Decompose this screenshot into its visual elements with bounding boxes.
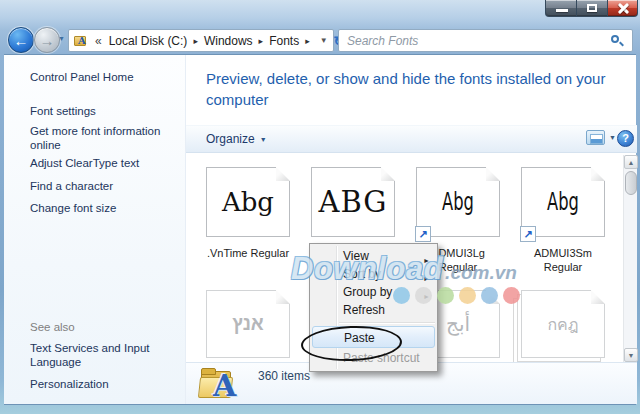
search-placeholder: Search Fonts	[339, 34, 610, 48]
crumb-arrow-icon[interactable]: ▸	[301, 36, 314, 46]
menu-item-sort-by[interactable]: Sort by ►	[310, 265, 437, 283]
fonts-folder-large-icon: A	[199, 366, 241, 404]
search-icon	[610, 34, 624, 48]
font-preview-glyph: Abg	[535, 168, 591, 236]
change-view-button[interactable]: ▼	[586, 130, 616, 145]
sidebar-get-more-font-info[interactable]: Get more font information online	[30, 124, 172, 152]
page-title: Preview, delete, or show and hide the fo…	[206, 68, 626, 110]
menu-item-refresh[interactable]: Refresh	[310, 301, 437, 319]
back-button[interactable]: ←	[8, 27, 34, 53]
forward-icon: →	[40, 32, 55, 49]
help-icon: ?	[622, 132, 629, 144]
crumb-arrow-icon[interactable]: ▸	[189, 36, 202, 46]
font-tile-vntime[interactable]: Abg	[206, 167, 290, 237]
sidebar-font-settings[interactable]: Font settings	[30, 104, 96, 118]
address-bar[interactable]: A « Local Disk (C:) ▸ Windows ▸ Fonts ▸ …	[68, 29, 334, 52]
sidebar-find-character[interactable]: Find a character	[30, 179, 113, 193]
breadcrumb-windows[interactable]: Windows	[202, 34, 255, 48]
font-tile-label: ADMUI3Sm Regular	[521, 246, 605, 274]
minimize-icon	[556, 9, 568, 12]
sidebar-personalization[interactable]: Personalization	[30, 377, 109, 391]
see-also-label: See also	[30, 320, 75, 334]
sidebar-adjust-cleartype[interactable]: Adjust ClearType text	[30, 156, 139, 170]
close-button[interactable]	[607, 0, 638, 17]
menu-item-view[interactable]: View ►	[310, 247, 437, 265]
scroll-up-icon[interactable]: ▲	[624, 155, 638, 169]
sidebar-text-services[interactable]: Text Services and Input Language	[30, 341, 170, 369]
command-toolbar: Organize ▼ ▼ ?	[186, 125, 637, 153]
fonts-folder-icon: A	[74, 35, 88, 46]
address-history-dropdown[interactable]: ▼	[314, 36, 334, 45]
organize-button[interactable]: Organize ▼	[206, 132, 267, 146]
crumb-arrow-icon[interactable]: ▸	[255, 36, 268, 46]
search-box[interactable]: Search Fonts	[338, 29, 633, 52]
font-preview-glyph: กคฎ	[522, 291, 604, 357]
font-preview-glyph: ABG	[312, 168, 394, 236]
font-preview-glyph: Abg	[430, 168, 486, 236]
font-tile-label: .VnTime Regular	[194, 246, 302, 260]
shortcut-arrow-icon: ↗	[520, 226, 536, 242]
scrollbar-thumb[interactable]	[625, 171, 637, 195]
font-tile-2[interactable]: ABG	[311, 167, 395, 237]
vertical-scrollbar[interactable]: ▲ ▼	[623, 155, 637, 362]
sidebar: Control Panel Home Font settings Get mor…	[4, 55, 185, 404]
breadcrumb-collapse-chevrons[interactable]: «	[95, 34, 102, 48]
breadcrumb-local-disk[interactable]: Local Disk (C:)	[107, 34, 190, 48]
shortcut-arrow-icon: ↗	[415, 226, 431, 242]
font-preview-glyph: אנץ	[207, 291, 289, 357]
views-icon	[586, 130, 605, 145]
help-button[interactable]: ?	[617, 130, 634, 147]
breadcrumb-fonts[interactable]: Fonts	[267, 34, 301, 48]
menu-separator	[339, 322, 435, 323]
organize-caret-icon: ▼	[260, 136, 267, 143]
font-tile-hidden-hebrew[interactable]: אנץ	[206, 290, 290, 358]
window-controls	[545, 0, 638, 17]
minimize-button[interactable]	[545, 0, 577, 17]
explorer-window: { "window": { "controls": { "minimize": …	[0, 0, 640, 414]
font-tile-hidden-thai[interactable]: กคฎ	[521, 290, 605, 358]
recent-pages-dropdown[interactable]: ▼	[58, 35, 65, 42]
sidebar-control-panel-home[interactable]: Control Panel Home	[30, 70, 134, 84]
font-preview-glyph: Abg	[207, 168, 289, 236]
item-count: 360 items	[258, 369, 310, 383]
forward-button[interactable]: →	[34, 27, 60, 53]
scroll-down-icon[interactable]: ▼	[624, 348, 638, 362]
views-caret-icon: ▼	[609, 134, 616, 141]
back-icon: ←	[14, 32, 29, 49]
menu-item-group-by[interactable]: Group by ►	[310, 283, 437, 301]
maximize-icon	[587, 4, 597, 12]
maximize-button[interactable]	[577, 0, 607, 17]
sidebar-change-font-size[interactable]: Change font size	[30, 201, 116, 215]
